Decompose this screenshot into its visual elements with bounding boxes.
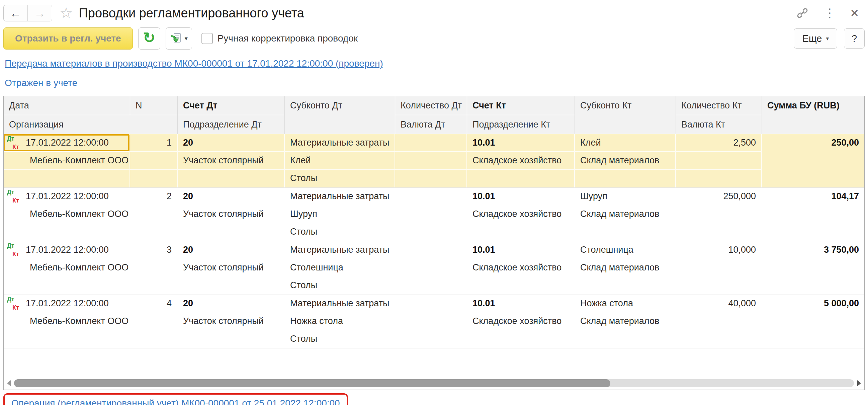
col-header-debit-currency[interactable]: Валюта Дт	[395, 115, 467, 134]
more-button[interactable]: Еще ▾	[794, 28, 837, 49]
credit-account: 10.01	[472, 298, 495, 309]
close-icon[interactable]: ×	[850, 6, 859, 20]
favorite-star-icon[interactable]: ☆	[60, 6, 72, 21]
date-org-cell: Дт Кт 17.01.2022 12:00:00 Мебель-Комплек…	[4, 295, 130, 348]
amount-cell: 3 750,00	[762, 241, 864, 294]
row-date: 17.01.2022 12:00:00	[26, 137, 109, 148]
debit-subconto-cell: Материальные затраты Шуруп Столы	[285, 188, 395, 241]
credit-qty-cell: 250,000	[676, 188, 762, 241]
credit-subconto-cell: Столешница Склад материалов	[575, 241, 676, 294]
col-header-amount[interactable]: Сумма БУ (RUB)	[762, 96, 864, 134]
scroll-left-icon[interactable]	[7, 380, 11, 386]
debit-subdivision: Участок столярный	[183, 262, 264, 273]
debit-subconto-2: Столешница	[290, 262, 343, 273]
col-header-credit-subconto[interactable]: Субконто Кт	[575, 96, 676, 134]
source-document-link[interactable]: Передача материалов в производство МК00-…	[5, 58, 383, 69]
credit-subdivision: Складское хозяйство	[472, 316, 561, 326]
col-header-n[interactable]: N	[130, 96, 178, 115]
table-row[interactable]: Дт Кт 17.01.2022 12:00:00 Мебель-Комплек…	[4, 187, 864, 241]
debit-subconto-cell: Материальные затраты Клей Столы	[285, 134, 395, 187]
postings-table: Дата N Счет Дт Субконто Дт Количество Дт…	[3, 96, 865, 390]
credit-subconto-1: Ножка стола	[580, 298, 633, 309]
toolbar: Отразить в регл. учете ↻ ▾ Ручная коррек…	[3, 27, 865, 50]
amount-cell: 5 000,00	[762, 295, 864, 348]
credit-account-cell: 10.01 Складское хозяйство	[467, 188, 575, 241]
col-header-credit-qty[interactable]: Количество Кт	[676, 96, 762, 115]
debit-subconto-3: Столы	[290, 227, 317, 237]
row-date: 17.01.2022 12:00:00	[26, 245, 109, 255]
link-icon[interactable]	[796, 7, 809, 20]
debit-qty-cell	[395, 134, 467, 187]
credit-qty-cell: 2,500	[676, 134, 762, 187]
forward-button[interactable]: →	[28, 5, 52, 21]
kebab-menu-icon[interactable]: ⋮	[824, 7, 836, 19]
debit-subconto-3: Столы	[290, 334, 317, 344]
dt-label: Дт	[7, 189, 14, 196]
refresh-button[interactable]: ↻	[138, 27, 160, 50]
debit-account-cell: 20 Участок столярный	[178, 188, 285, 241]
debit-account: 20	[183, 137, 193, 148]
scrollbar-thumb[interactable]	[14, 379, 610, 387]
debit-subdivision: Участок столярный	[183, 316, 264, 326]
col-header-debit-subdivision[interactable]: Подразделение Дт	[178, 115, 285, 134]
debit-subconto-1: Материальные затраты	[290, 137, 389, 148]
debit-qty-cell	[395, 295, 467, 348]
row-number-cell: 3	[130, 241, 178, 294]
col-header-credit-subdivision[interactable]: Подразделение Кт	[467, 115, 575, 134]
manual-adjustment-checkbox-row[interactable]: Ручная корректировка проводок	[202, 33, 358, 44]
row-number: 2	[167, 191, 172, 201]
credit-account: 10.01	[472, 191, 495, 201]
scroll-right-icon[interactable]	[857, 380, 861, 386]
debit-subdivision: Участок столярный	[183, 155, 264, 166]
col-header-credit-currency[interactable]: Валюта Кт	[676, 115, 762, 134]
kt-label: Кт	[12, 144, 19, 151]
amount-cell: 104,17	[762, 188, 864, 241]
debit-account: 20	[183, 298, 193, 309]
amount-cell: 250,00	[762, 134, 864, 187]
page-title: Проводки регламентированного учета	[79, 6, 304, 21]
credit-subdivision: Складское хозяйство	[472, 262, 561, 273]
chevron-down-icon: ▾	[826, 35, 829, 42]
row-number-cell: 4	[130, 295, 178, 348]
col-header-debit-qty[interactable]: Количество Дт	[395, 96, 467, 115]
manual-adjustment-checkbox[interactable]	[202, 33, 213, 44]
debit-subconto-2: Шуруп	[290, 209, 317, 219]
table-row[interactable]: Дт Кт 17.01.2022 12:00:00 Мебель-Комплек…	[4, 134, 864, 187]
credit-qty-cell: 10,000	[676, 241, 762, 294]
debit-qty-cell	[395, 241, 467, 294]
table-row[interactable]: Дт Кт 17.01.2022 12:00:00 Мебель-Комплек…	[4, 294, 864, 348]
history-nav: ← →	[3, 5, 52, 22]
forward-arrow-icon: →	[34, 7, 45, 20]
row-number-cell: 1	[130, 134, 178, 187]
debit-subconto-1: Материальные затраты	[290, 245, 389, 255]
debit-subdivision: Участок столярный	[183, 209, 264, 219]
dtkt-posting-icon: Дт Кт	[6, 242, 22, 258]
credit-account: 10.01	[472, 245, 495, 255]
row-organization: Мебель-Комплект ООО	[30, 316, 128, 326]
help-button[interactable]: ?	[844, 28, 865, 49]
col-header-credit-account[interactable]: Счет Кт	[467, 96, 575, 115]
col-header-debit-account[interactable]: Счет Дт	[178, 96, 285, 115]
operation-document-link[interactable]: Операция (регламентированный учет) МК00-…	[11, 398, 340, 405]
debit-subconto-2: Ножка стола	[290, 316, 343, 326]
credit-account-cell: 10.01 Складское хозяйство	[467, 295, 575, 348]
col-header-debit-subconto[interactable]: Субконто Дт	[285, 96, 395, 134]
scrollbar-track[interactable]	[14, 379, 854, 387]
refresh-icon: ↻	[143, 30, 155, 45]
debit-subconto-cell: Материальные затраты Столешница Столы	[285, 241, 395, 294]
row-number: 3	[167, 245, 172, 255]
col-header-date[interactable]: Дата	[4, 96, 130, 115]
table-empty-area	[4, 348, 864, 377]
credit-qty: 250,000	[723, 191, 756, 201]
col-header-org[interactable]: Организация	[4, 115, 178, 134]
back-button[interactable]: ←	[4, 5, 28, 21]
debit-subconto-3: Столы	[290, 173, 317, 183]
credit-subdivision: Складское хозяйство	[472, 155, 561, 166]
debit-subconto-2: Клей	[290, 155, 311, 166]
table-header: Дата N Счет Дт Субконто Дт Количество Дт…	[4, 96, 864, 134]
table-row[interactable]: Дт Кт 17.01.2022 12:00:00 Мебель-Комплек…	[4, 241, 864, 294]
date-org-cell: Дт Кт 17.01.2022 12:00:00 Мебель-Комплек…	[4, 134, 130, 187]
credit-qty-cell: 40,000	[676, 295, 762, 348]
reflect-in-accounting-button[interactable]: Отразить в регл. учете	[3, 27, 133, 50]
post-document-button[interactable]: ▾	[166, 27, 192, 50]
